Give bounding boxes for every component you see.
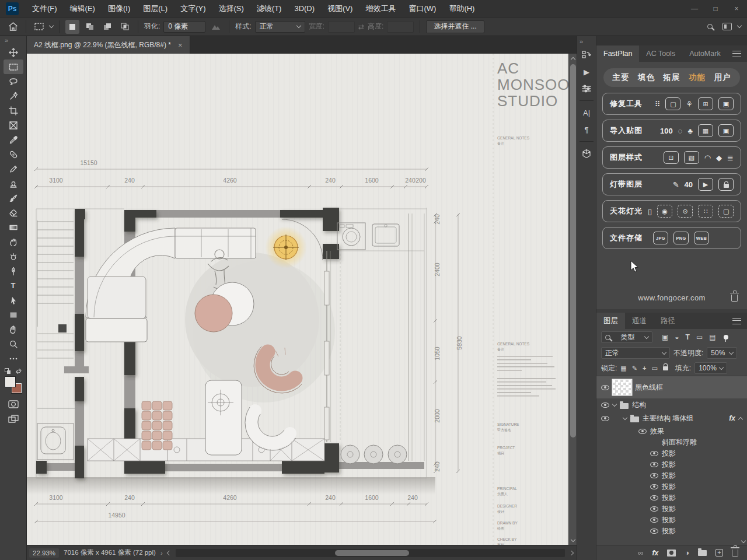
tool-pencil[interactable] <box>4 162 23 176</box>
file-icon[interactable]: ▯ <box>648 207 652 216</box>
scroll-up-icon[interactable] <box>570 57 575 61</box>
horizontal-scroll-thumb[interactable] <box>335 550 409 556</box>
tool-magic-wand[interactable] <box>4 89 23 103</box>
stacked-layer-icon[interactable]: ▧ <box>684 151 699 164</box>
maximize-button[interactable]: □ <box>705 0 726 18</box>
scroll-left-icon[interactable] <box>167 550 172 555</box>
panel-menu-icon[interactable] <box>732 51 741 57</box>
delete-layer-icon[interactable] <box>732 550 738 556</box>
layer-thumbnail[interactable] <box>613 380 631 395</box>
lock-artboard-icon[interactable]: ▭ <box>651 365 657 372</box>
dock-collapse-icon[interactable]: » <box>577 38 583 45</box>
dotted-circle-icon[interactable]: ◌ <box>678 127 683 135</box>
swap-dimensions-icon[interactable]: ⇄ <box>358 23 364 31</box>
layer-row-drop-shadow[interactable]: 投影 <box>596 526 747 537</box>
nav-extend[interactable]: 拓展 <box>663 72 680 83</box>
plus-box-icon[interactable]: ⊞ <box>698 97 713 110</box>
scroll-down-icon[interactable] <box>570 537 575 541</box>
width-input[interactable] <box>328 21 355 33</box>
feather-input[interactable]: 0 像素 <box>163 21 205 33</box>
lock-button-icon[interactable] <box>718 178 734 191</box>
tool-lasso[interactable] <box>4 74 23 89</box>
close-button[interactable]: × <box>726 0 747 18</box>
menu-item[interactable]: 3D(D) <box>288 0 321 18</box>
dome-icon[interactable]: ◠ <box>704 153 711 162</box>
layer-row-drop-shadow[interactable]: 投影 <box>596 448 747 459</box>
grid-dots-icon[interactable]: ⠿ <box>655 100 661 108</box>
nav-user[interactable]: 用户 <box>714 72 731 83</box>
visibility-eye-icon[interactable] <box>650 473 658 478</box>
menu-item[interactable]: 图层(L) <box>137 0 174 18</box>
tab-automark[interactable]: AutoMark <box>682 46 728 62</box>
character-panel-icon[interactable]: A| <box>579 106 594 120</box>
screen-mode-icon[interactable] <box>4 411 23 426</box>
filter-toggle-icon[interactable] <box>724 335 728 340</box>
history-panel-icon[interactable] <box>579 48 594 62</box>
dotted-downlight-icon[interactable]: ⊙ <box>678 205 693 218</box>
new-adjustment-layer-icon[interactable]: ◑ <box>685 548 689 557</box>
visibility-eye-icon[interactable] <box>650 517 658 523</box>
nav-fill[interactable]: 填色 <box>638 72 655 83</box>
dotted-spotlight-icon[interactable]: ◉ <box>657 205 672 218</box>
stairs-icon[interactable]: ≣ <box>727 153 734 162</box>
group-expand-icon[interactable] <box>612 401 617 406</box>
height-input[interactable] <box>387 21 414 33</box>
3d-panel-icon[interactable] <box>579 146 594 160</box>
menu-item[interactable]: 增效工具 <box>359 0 402 18</box>
filter-pixel-layers-icon[interactable]: ▣ <box>662 333 668 341</box>
layer-row-drop-shadow[interactable]: 投影 <box>596 492 747 503</box>
menu-item[interactable]: 编辑(E) <box>64 0 102 18</box>
dotted-dots-icon[interactable]: ∷ <box>698 205 713 218</box>
visibility-eye-icon[interactable] <box>650 495 658 501</box>
import-value[interactable]: 100 <box>660 127 673 135</box>
tool-path-selection[interactable] <box>4 293 23 307</box>
tool-edit-toolbar[interactable] <box>4 351 23 366</box>
dotted-square-icon[interactable]: ▢ <box>718 205 734 218</box>
layer-row-effects[interactable]: 效果 <box>596 425 747 437</box>
tab-ac-tools[interactable]: AC Tools <box>639 46 682 62</box>
menu-item[interactable]: 滤镜(T) <box>250 0 288 18</box>
zoom-level-field[interactable]: 22.93% <box>29 548 59 558</box>
layer-row-drop-shadow[interactable]: 投影 <box>596 503 747 514</box>
actions-panel-icon[interactable]: ▶ <box>579 65 594 79</box>
tool-rectangular-marquee[interactable] <box>4 60 23 74</box>
add-selection-mode-button[interactable] <box>83 20 97 34</box>
save-png-button[interactable]: PNG <box>673 232 689 244</box>
visibility-eye-icon[interactable] <box>638 429 647 434</box>
visibility-eye-icon[interactable] <box>650 506 658 512</box>
select-and-mask-button[interactable]: 选择并遮住 ... <box>426 20 484 33</box>
menu-item[interactable]: 文件(F) <box>26 0 64 18</box>
workspace-switcher-icon[interactable] <box>720 20 734 34</box>
intersect-selection-mode-button[interactable] <box>118 20 132 34</box>
filter-adjustment-layers-icon[interactable]: ◒ <box>675 333 679 341</box>
tool-frame[interactable] <box>4 118 23 132</box>
layer-style-fx-icon[interactable]: fx <box>652 549 658 557</box>
default-colors-icon[interactable] <box>5 368 11 374</box>
layer-row-black-outline[interactable]: 黑色线框 <box>596 376 747 398</box>
layer-row-drop-shadow[interactable]: 投影 <box>596 459 747 470</box>
lock-position-icon[interactable]: + <box>643 365 646 372</box>
tab-fastplan[interactable]: FastPlan <box>596 46 639 62</box>
tree-icon[interactable]: ♣ <box>687 127 693 135</box>
canvas-vertical-scrollbar[interactable] <box>568 54 577 545</box>
adjustments-panel-icon[interactable] <box>579 82 594 96</box>
canvas-viewport[interactable]: 15150 3100 240 4260 240 1600 240 200 240… <box>27 54 577 545</box>
opacity-field[interactable]: 50% <box>707 347 737 359</box>
document-tab[interactable]: A2 线框.png @ 22.9% (黑色线框, RGB/8#) * × <box>27 36 190 54</box>
group-expand-icon[interactable] <box>623 415 627 419</box>
visibility-eye-icon[interactable] <box>601 402 609 408</box>
filter-smart-objects-icon[interactable]: ▤ <box>709 333 715 341</box>
fastplan-website-link[interactable]: www.fongocer.com <box>638 293 706 302</box>
tool-crop[interactable] <box>4 103 23 118</box>
lock-transparency-icon[interactable]: ▦ <box>620 365 626 372</box>
tab-paths[interactable]: 路径 <box>654 313 682 329</box>
scroll-right-icon[interactable] <box>569 550 574 555</box>
tab-layers[interactable]: 图层 <box>596 313 625 329</box>
visibility-eye-icon[interactable] <box>601 385 609 390</box>
layer-row-drop-shadow[interactable]: 投影 <box>596 470 747 481</box>
filter-shape-layers-icon[interactable]: ▭ <box>696 333 703 341</box>
new-layer-icon[interactable]: + <box>715 549 723 556</box>
box-style-icon[interactable]: ⊡ <box>664 151 679 164</box>
subtract-selection-mode-button[interactable] <box>100 20 114 34</box>
add-mask-icon[interactable] <box>667 550 676 556</box>
